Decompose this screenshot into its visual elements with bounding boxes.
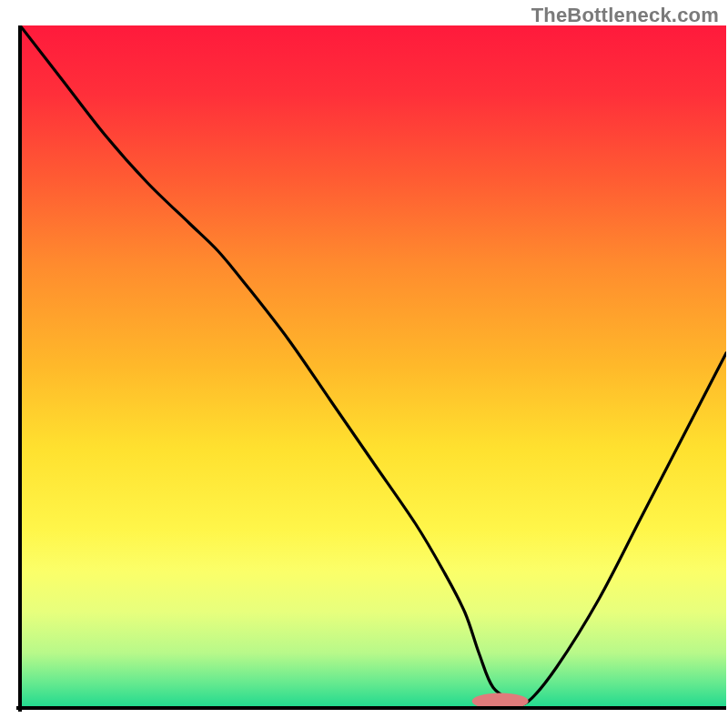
watermark-label: TheBottleneck.com xyxy=(531,4,719,27)
chart-background xyxy=(20,25,726,708)
chart-stage: TheBottleneck.com xyxy=(0,0,728,728)
bottleneck-chart xyxy=(0,0,728,728)
